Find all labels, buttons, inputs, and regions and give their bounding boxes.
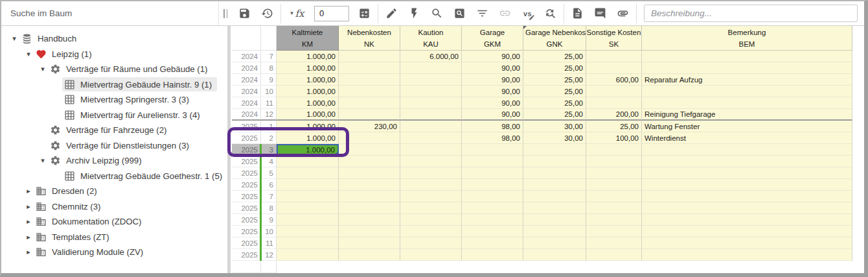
grid-cell[interactable]: [586, 191, 642, 202]
row-header-month[interactable]: 9: [261, 214, 277, 226]
column-header-BEM[interactable]: BEM: [642, 38, 852, 51]
tree-item[interactable]: ▾Leipzig (1): [1, 47, 227, 62]
grid-cell[interactable]: 90,00: [462, 74, 523, 86]
grid-cell[interactable]: [523, 226, 586, 237]
grid-cell[interactable]: 1.000,00: [277, 97, 339, 109]
grid-cell[interactable]: [462, 226, 523, 237]
column-header-GNK[interactable]: Garage Nebenkosten: [523, 26, 586, 38]
grid-cell[interactable]: 90,00: [462, 62, 523, 74]
grid-cell[interactable]: 25,00: [523, 62, 586, 74]
tree-item[interactable]: ▸Validierung Module (ZV): [1, 245, 227, 260]
grid-cell[interactable]: [642, 249, 852, 261]
grid-cell[interactable]: [586, 156, 642, 167]
tree-item[interactable]: Mietvertrag für Aurelienstr. 3 (4): [1, 108, 227, 123]
grid-cell[interactable]: [586, 226, 642, 237]
versions-button[interactable]: vs: [516, 5, 539, 23]
edit-button[interactable]: [380, 5, 403, 23]
grid-cell[interactable]: [277, 179, 339, 191]
grid-cell[interactable]: 1.000,00: [277, 132, 339, 144]
calculate-button[interactable]: [353, 5, 376, 23]
grid-cell[interactable]: [586, 144, 642, 156]
grid-cell[interactable]: [339, 237, 400, 249]
grid-cell[interactable]: [642, 62, 852, 74]
tree-item[interactable]: ▸Chemnitz (3): [1, 199, 227, 215]
column-header-BEM[interactable]: Bemerkung: [642, 26, 852, 38]
splitter-handle-icon[interactable]: [223, 9, 227, 18]
row-header-year[interactable]: 2024: [232, 86, 261, 97]
grid-cell[interactable]: [339, 156, 400, 167]
grid-cell[interactable]: [642, 179, 852, 191]
grid-cell[interactable]: [523, 156, 586, 167]
grid-cell[interactable]: [642, 237, 852, 249]
grid-cell[interactable]: [400, 74, 462, 86]
grid-cell[interactable]: [400, 226, 462, 237]
grid-cell[interactable]: Reparatur Aufzug: [642, 74, 852, 86]
find-replace-button[interactable]: [539, 5, 562, 23]
grid-cell[interactable]: 98,00: [462, 132, 523, 144]
selected-cell[interactable]: 1.000,00: [277, 144, 339, 156]
row-header-year[interactable]: 2025: [232, 121, 261, 132]
grid-cell[interactable]: 25,00: [523, 109, 586, 121]
row-header-year[interactable]: 2024: [232, 74, 261, 86]
grid-cell[interactable]: [400, 144, 462, 156]
grid-cell[interactable]: [462, 202, 523, 214]
collapse-arrow-icon[interactable]: ▾: [23, 50, 34, 58]
attachment-button[interactable]: [611, 5, 634, 23]
grid-cell[interactable]: Winterdienst: [642, 132, 852, 144]
grid-cell[interactable]: 25,00: [523, 51, 586, 62]
grid-cell[interactable]: [400, 202, 462, 214]
row-header-month[interactable]: 9: [261, 74, 277, 86]
grid-cell[interactable]: [642, 214, 852, 226]
grid-cell[interactable]: [277, 226, 339, 237]
row-header-month[interactable]: 11: [261, 237, 277, 249]
grid-cell[interactable]: [642, 167, 852, 179]
column-header-GKM[interactable]: Garage: [462, 26, 523, 38]
row-header-month[interactable]: 1: [261, 121, 277, 132]
grid-cell[interactable]: [462, 179, 523, 191]
grid-cell[interactable]: [400, 237, 462, 249]
row-header-year[interactable]: 2025: [232, 167, 261, 179]
tree-item[interactable]: ▾Handbuch: [1, 31, 227, 47]
grid-cell[interactable]: [339, 132, 400, 144]
grid-cell[interactable]: 98,00: [462, 121, 523, 132]
grid-cell[interactable]: [462, 191, 523, 202]
grid-cell[interactable]: [523, 167, 586, 179]
grid-cell[interactable]: [339, 214, 400, 226]
grid-cell[interactable]: 90,00: [462, 51, 523, 62]
grid-cell[interactable]: [462, 144, 523, 156]
grid-cell[interactable]: [339, 249, 400, 261]
grid-cell[interactable]: [400, 86, 462, 97]
tree-item[interactable]: Verträge für Fahrzeuge (2): [1, 123, 227, 138]
search-button[interactable]: [426, 5, 448, 23]
grid-cell[interactable]: [400, 249, 462, 261]
grid-cell[interactable]: [642, 97, 852, 109]
grid-cell[interactable]: [462, 214, 523, 226]
grid-cell[interactable]: [642, 86, 852, 97]
row-header-year[interactable]: 2024: [232, 97, 261, 109]
grid-cell[interactable]: 30,00: [523, 132, 586, 144]
grid-cell[interactable]: 230,00: [339, 121, 400, 132]
grid-cell[interactable]: 90,00: [462, 86, 523, 97]
grid-cell[interactable]: [339, 51, 400, 62]
grid-cell[interactable]: 1.000,00: [277, 109, 339, 121]
column-header-KM[interactable]: KM: [277, 38, 339, 51]
row-header-year[interactable]: 2025: [232, 237, 261, 249]
grid-cell[interactable]: [400, 214, 462, 226]
grid-cell[interactable]: [339, 97, 400, 109]
row-header-year[interactable]: 2025: [232, 191, 261, 202]
grid-cell[interactable]: 30,00: [523, 121, 586, 132]
grid-cell[interactable]: Reinigung Tiefgarage: [642, 109, 852, 121]
expand-arrow-icon[interactable]: ▸: [23, 233, 34, 241]
row-header-month[interactable]: 12: [261, 109, 277, 121]
tree-item[interactable]: ▸Dresden (2): [1, 184, 227, 199]
grid-cell[interactable]: [400, 167, 462, 179]
row-header-year[interactable]: 2025: [232, 214, 261, 226]
row-header-month[interactable]: 12: [261, 249, 277, 261]
grid-cell[interactable]: [400, 97, 462, 109]
grid-cell[interactable]: 25,00: [586, 121, 642, 132]
row-header-year[interactable]: 2025: [232, 226, 261, 237]
expand-arrow-icon[interactable]: ▸: [23, 217, 34, 226]
grid-cell[interactable]: 90,00: [462, 109, 523, 121]
grid-cell[interactable]: [277, 214, 339, 226]
collapse-arrow-icon[interactable]: ▾: [38, 156, 48, 165]
